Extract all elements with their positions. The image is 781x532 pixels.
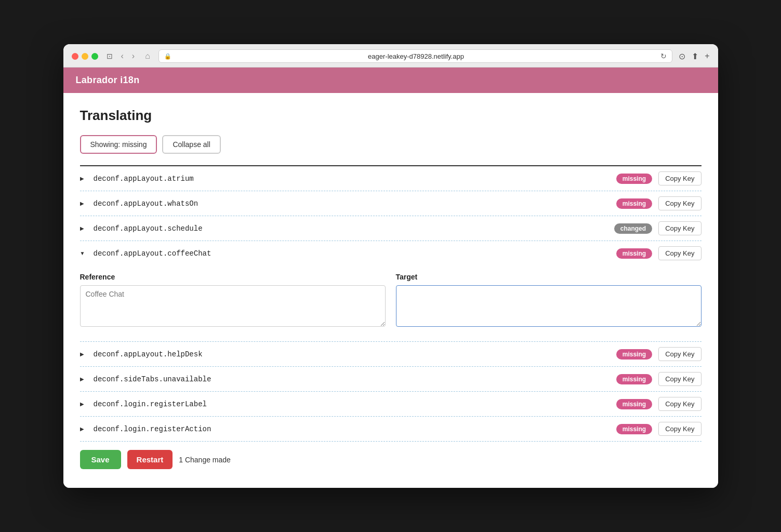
- app-header: Labrador i18n: [63, 68, 718, 93]
- reference-label: Reference: [80, 273, 386, 281]
- browser-actions: ⊙ ⬆ +: [679, 51, 709, 61]
- table-row: ▶ deconf.appLayout.helpDesk missing Copy…: [80, 342, 701, 367]
- expand-icon[interactable]: ▶: [80, 376, 87, 382]
- status-badge: changed: [614, 223, 652, 234]
- collapse-all-button[interactable]: Collapse all: [162, 135, 220, 154]
- key-name: deconf.login.registerAction: [94, 425, 610, 433]
- copy-key-button[interactable]: Copy Key: [658, 221, 701, 235]
- copy-key-button[interactable]: Copy Key: [658, 196, 701, 210]
- table-row: ▶ deconf.appLayout.whatsOn missing Copy …: [80, 191, 701, 216]
- key-name: deconf.login.registerLabel: [94, 400, 610, 408]
- reference-field: Reference: [80, 273, 386, 329]
- forward-button[interactable]: ›: [130, 50, 137, 62]
- app-content: Translating Showing: missing Collapse al…: [63, 93, 718, 488]
- copy-key-button[interactable]: Copy Key: [658, 347, 701, 361]
- table-row: ▼ deconf.appLayout.coffeeChat missing Co…: [80, 241, 701, 342]
- expand-icon[interactable]: ▶: [80, 426, 87, 432]
- status-badge: missing: [616, 424, 652, 434]
- changes-text: 1 Change made: [179, 456, 231, 464]
- row-header: ▶ deconf.sideTabs.unavailable missing Co…: [80, 372, 701, 386]
- save-button[interactable]: Save: [80, 450, 121, 469]
- translation-table: ▶ deconf.appLayout.atrium missing Copy K…: [80, 165, 701, 442]
- address-bar[interactable]: eager-leakey-d78928.netlify.app: [175, 52, 657, 60]
- key-name: deconf.appLayout.whatsOn: [94, 200, 610, 208]
- row-header: ▶ deconf.appLayout.schedule changed Copy…: [80, 221, 701, 235]
- filter-bar: Showing: missing Collapse all: [80, 135, 701, 154]
- app-footer: Save Restart 1 Change made: [80, 442, 701, 471]
- status-badge: missing: [616, 174, 652, 184]
- address-bar-container: 🔒 eager-leakey-d78928.netlify.app ↻: [158, 49, 672, 63]
- table-row: ▶ deconf.login.registerLabel missing Cop…: [80, 392, 701, 417]
- nav-buttons: ‹ ›: [119, 50, 137, 62]
- row-header: ▶ deconf.appLayout.atrium missing Copy K…: [80, 171, 701, 185]
- new-tab-icon[interactable]: +: [705, 51, 709, 61]
- filter-showing-missing-button[interactable]: Showing: missing: [80, 135, 157, 154]
- target-field: Target: [396, 273, 701, 329]
- minimize-button[interactable]: [82, 53, 88, 60]
- expand-icon[interactable]: ▶: [80, 351, 87, 357]
- page-title: Translating: [80, 108, 701, 124]
- status-badge: missing: [616, 399, 652, 409]
- status-badge: missing: [616, 349, 652, 360]
- copy-key-button[interactable]: Copy Key: [658, 171, 701, 185]
- key-name: deconf.sideTabs.unavailable: [94, 375, 610, 383]
- table-row: ▶ deconf.login.registerAction missing Co…: [80, 417, 701, 442]
- browser-window: ⊡ ‹ › ⌂ 🔒 eager-leakey-d78928.netlify.ap…: [63, 44, 718, 488]
- sidebar-toggle-icon[interactable]: ⊡: [107, 52, 113, 60]
- status-badge: missing: [616, 248, 652, 259]
- expand-icon[interactable]: ▶: [80, 225, 87, 231]
- expand-icon[interactable]: ▶: [80, 176, 87, 181]
- expanded-content: Reference Target: [80, 267, 701, 336]
- expand-icon[interactable]: ▼: [80, 250, 87, 256]
- key-name: deconf.appLayout.helpDesk: [94, 350, 610, 358]
- status-badge: missing: [616, 374, 652, 384]
- copy-key-button[interactable]: Copy Key: [658, 372, 701, 386]
- home-button[interactable]: ⌂: [143, 50, 152, 62]
- row-header: ▶ deconf.login.registerLabel missing Cop…: [80, 397, 701, 411]
- restart-button[interactable]: Restart: [127, 450, 173, 469]
- copy-key-button[interactable]: Copy Key: [658, 246, 701, 260]
- row-header: ▶ deconf.appLayout.helpDesk missing Copy…: [80, 347, 701, 361]
- reload-button[interactable]: ↻: [660, 52, 667, 60]
- download-icon[interactable]: ⊙: [679, 51, 685, 61]
- row-header: ▶ deconf.login.registerAction missing Co…: [80, 422, 701, 436]
- copy-key-button[interactable]: Copy Key: [658, 422, 701, 436]
- lock-icon: 🔒: [164, 53, 171, 60]
- status-badge: missing: [616, 198, 652, 209]
- maximize-button[interactable]: [91, 53, 98, 60]
- expand-icon[interactable]: ▶: [80, 201, 87, 206]
- key-name: deconf.appLayout.coffeeChat: [94, 249, 610, 258]
- table-row: ▶ deconf.appLayout.schedule changed Copy…: [80, 216, 701, 241]
- target-textarea[interactable]: [396, 285, 701, 327]
- row-header: ▶ deconf.appLayout.whatsOn missing Copy …: [80, 196, 701, 210]
- table-row: ▶ deconf.appLayout.atrium missing Copy K…: [80, 166, 701, 191]
- share-icon[interactable]: ⬆: [692, 51, 698, 61]
- table-row: ▶ deconf.sideTabs.unavailable missing Co…: [80, 367, 701, 392]
- target-label: Target: [396, 273, 701, 281]
- traffic-lights: [72, 53, 98, 60]
- back-button[interactable]: ‹: [119, 50, 126, 62]
- key-name: deconf.appLayout.atrium: [94, 175, 610, 183]
- app-title: Labrador i18n: [76, 75, 140, 85]
- row-header: ▼ deconf.appLayout.coffeeChat missing Co…: [80, 246, 701, 260]
- reference-textarea[interactable]: [80, 285, 386, 327]
- key-name: deconf.appLayout.schedule: [94, 224, 608, 233]
- browser-chrome: ⊡ ‹ › ⌂ 🔒 eager-leakey-d78928.netlify.ap…: [63, 44, 718, 68]
- expand-icon[interactable]: ▶: [80, 401, 87, 407]
- copy-key-button[interactable]: Copy Key: [658, 397, 701, 411]
- close-button[interactable]: [72, 53, 78, 60]
